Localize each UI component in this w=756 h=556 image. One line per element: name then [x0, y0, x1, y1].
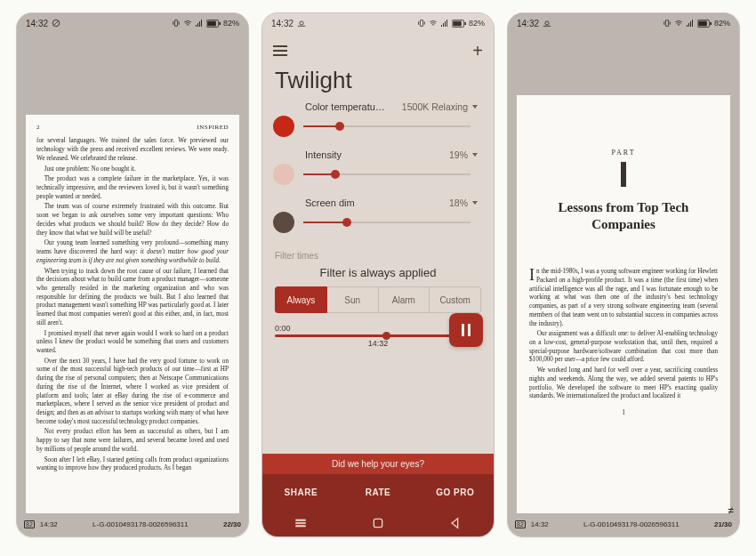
screen-dim-swatch: [273, 212, 294, 233]
svg-rect-8: [207, 20, 216, 26]
reader-paragraph: Soon after I left eBay, I started gettin…: [36, 456, 229, 473]
color-temp-swatch: [273, 116, 294, 137]
segment-alarm[interactable]: Alarm: [379, 286, 430, 313]
intensity-value[interactable]: 19%: [449, 149, 478, 160]
color-temp-slider[interactable]: [303, 125, 470, 127]
battery-icon: [206, 20, 221, 28]
filter-applied-label: Filter is always applied: [262, 262, 494, 286]
footer-time: 14:32: [531, 520, 549, 528]
svg-rect-28: [692, 20, 693, 27]
svg-point-10: [300, 21, 303, 25]
reader-paragraph: Our young team learned something very pr…: [36, 239, 229, 265]
system-nav-bar: [262, 510, 494, 536]
part-divider-bar: [621, 162, 626, 187]
screen-dim-thumb[interactable]: [342, 218, 351, 227]
add-button[interactable]: +: [472, 41, 483, 61]
intensity-thumb[interactable]: [331, 170, 340, 179]
color-temp-label: Color temperatu…: [305, 101, 402, 112]
svg-line-1: [54, 21, 59, 26]
nav-back-icon[interactable]: [448, 516, 462, 530]
footer-time: 14:32: [40, 520, 58, 528]
svg-rect-5: [199, 21, 200, 27]
svg-rect-9: [219, 21, 221, 24]
menu-icon[interactable]: [273, 43, 287, 59]
reader-paragraph: I promised myself that never again would…: [36, 330, 229, 356]
bottom-actions: SHARERATEGO PRO: [262, 474, 494, 510]
screen-dim-fill: [303, 222, 347, 223]
signal-icon: [440, 19, 449, 28]
svg-rect-3: [196, 25, 197, 27]
reader-paragraph: We worked long and hard for well over a …: [529, 367, 718, 401]
svg-rect-20: [296, 520, 306, 520]
vibrate-icon: [172, 19, 181, 28]
battery-icon: [697, 20, 712, 28]
color-temp-fill: [303, 125, 340, 127]
reader-footer: 82 14:32 L-G-0010493178-0026596311 21/30: [508, 517, 739, 531]
reader-paragraph: The team was of course extremely frustra…: [36, 203, 229, 238]
dnd-icon: [52, 19, 60, 28]
status-bar: 14:32 82%: [17, 13, 248, 33]
color-temp-value[interactable]: 1500K Relaxing: [402, 101, 478, 112]
svg-rect-19: [296, 522, 306, 523]
intensity-swatch: [273, 164, 294, 185]
svg-rect-17: [453, 20, 462, 26]
reader-page[interactable]: 2 INSPIRED for several languages. We tra…: [26, 115, 239, 513]
color-temp-thumb[interactable]: [335, 122, 344, 131]
battery-icon: [452, 20, 466, 28]
svg-rect-18: [464, 21, 466, 24]
status-battery-pct: 82%: [469, 19, 485, 28]
segment-custom[interactable]: Custom: [430, 286, 481, 313]
svg-rect-6: [201, 20, 202, 27]
app-title: Twilight: [262, 63, 494, 101]
svg-rect-4: [197, 23, 198, 27]
page-number: 2: [36, 124, 40, 132]
twilight-status-icon: [297, 19, 306, 28]
action-share[interactable]: SHARE: [262, 474, 340, 510]
screen-dim-slider[interactable]: [303, 222, 470, 223]
footer-serial: L-G-0010493178-0026596311: [583, 520, 680, 528]
segment-sun[interactable]: Sun: [327, 286, 379, 313]
reader-paragraph: Our assignment was a difficult one: to d…: [529, 330, 718, 365]
reader-paragraph: When trying to track down the root cause…: [36, 268, 229, 328]
action-rate[interactable]: RATE: [340, 474, 417, 510]
wifi-icon: [674, 19, 683, 28]
reader-footer: 82 14:32 L-G-0010493178-0026596311 22/30: [17, 517, 248, 531]
footer-page: 22/30: [223, 520, 241, 528]
filter-times-label: Filter times: [262, 246, 494, 262]
book-page-number: 1: [527, 408, 720, 417]
help-banner[interactable]: Did we help your eyes?: [262, 454, 494, 474]
intensity-slider[interactable]: [303, 173, 470, 175]
pause-button[interactable]: [449, 313, 483, 347]
reader-paragraph: Just one problem: No one bought it.: [36, 165, 229, 174]
reader-part-page[interactable]: PART Lessons from Top Tech Companies In …: [517, 95, 730, 513]
screen-dim-value[interactable]: 18%: [449, 197, 478, 208]
svg-rect-2: [174, 20, 177, 27]
filter-segments: AlwaysSunAlarmCustom: [275, 286, 481, 313]
screen-dim-label: Screen dim: [305, 197, 449, 208]
status-bar: 14:32 82%: [508, 13, 739, 33]
nav-home-icon[interactable]: [371, 516, 385, 530]
app-bar: +: [262, 33, 494, 63]
svg-rect-12: [441, 25, 442, 27]
svg-rect-11: [420, 20, 422, 27]
segment-always[interactable]: Always: [275, 286, 327, 313]
wifi-icon: [429, 19, 438, 28]
wifi-icon: [183, 19, 192, 28]
svg-rect-26: [688, 23, 689, 27]
player-thumb[interactable]: [382, 332, 390, 340]
status-bar: 14:32 82%: [262, 13, 494, 33]
action-go-pro[interactable]: GO PRO: [416, 474, 494, 510]
reader-paragraph: for several languages. We trained the sa…: [36, 137, 229, 163]
status-battery-pct: 82%: [714, 19, 730, 28]
svg-rect-31: [710, 21, 712, 24]
reader-paragraph: The product was a complete failure in th…: [36, 175, 229, 201]
nav-recents-icon[interactable]: [294, 516, 308, 530]
phone-middle-twilight: 14:32 82% + Twilight Color temperatu… 15…: [261, 12, 495, 537]
phone-right-reader: 14:32 82% PART Lessons from Top Tech Com…: [507, 12, 740, 537]
svg-point-23: [545, 21, 549, 25]
svg-rect-25: [687, 25, 688, 27]
status-time: 14:32: [517, 19, 539, 28]
signal-icon: [686, 19, 695, 28]
svg-rect-13: [443, 23, 444, 27]
footer-page: 21/30: [714, 520, 732, 528]
